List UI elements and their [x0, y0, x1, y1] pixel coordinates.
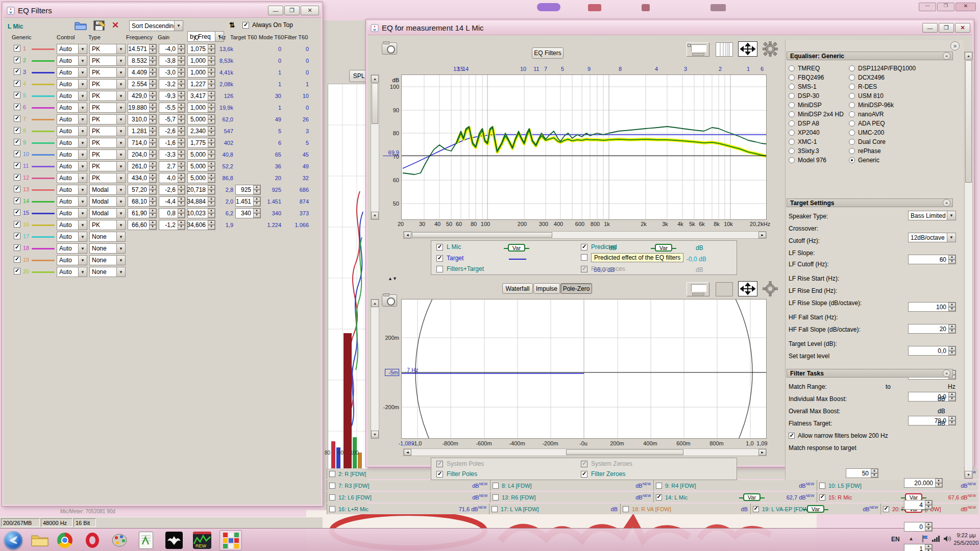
spl-graph-hscrollbar[interactable]: ◄ ► — [403, 231, 767, 239]
filter-type-select[interactable]: PK▼ — [89, 138, 126, 148]
pz-left-scrollbar[interactable]: ▲ ▼ — [371, 299, 379, 439]
filter-q-input[interactable]: 3,417▲▼ — [187, 91, 215, 101]
var-badge[interactable]: Var — [807, 505, 824, 513]
filter-frequency-input[interactable]: 429,0▲▼ — [128, 91, 157, 101]
set-target-level-link[interactable]: Set target level — [789, 353, 829, 360]
close-button[interactable]: ✕ — [955, 23, 970, 33]
equaliser-option[interactable]: DSP1124P/FBQ1000 — [849, 64, 920, 73]
filter-control-select[interactable]: Auto▼ — [57, 44, 87, 54]
match-response-link[interactable]: Match response to target — [789, 444, 856, 452]
filter-enabled-checkbox[interactable] — [14, 139, 20, 145]
spl-graph[interactable] — [401, 74, 767, 220]
filter-frequency-input[interactable]: 57,20▲▼ — [128, 185, 157, 195]
measurement-checkbox[interactable] — [819, 494, 825, 500]
crossover-select[interactable]: 12dB/octave▼ — [908, 233, 956, 242]
speaker-type-select[interactable]: Bass Limited▼ — [908, 211, 956, 220]
filter-frequency-input[interactable]: 310,0▲▼ — [128, 114, 157, 124]
filter-frequency-input[interactable]: 204,0▲▼ — [128, 149, 157, 160]
match-range-from-input[interactable]: 50▲▼ — [846, 468, 878, 478]
filter-target-t60-input[interactable]: 925▲▼ — [235, 185, 261, 195]
filter-enabled-checkbox[interactable] — [14, 268, 20, 274]
pole-zero-graph[interactable]: 7 Hz — [401, 299, 767, 439]
filter-type-select[interactable]: Modal▼ — [89, 185, 126, 195]
filter-control-select[interactable]: Auto▼ — [57, 185, 87, 195]
open-filters-icon[interactable] — [74, 20, 87, 31]
filter-gain-input[interactable]: -5,7▲▼ — [159, 114, 185, 124]
filter-q-input[interactable]: 1,000▲▼ — [187, 103, 215, 113]
panel-collapse-button[interactable]: » — [950, 41, 960, 51]
filter-gain-input[interactable]: 2,7▲▼ — [159, 161, 185, 171]
target-level-input[interactable]: 78,0▲▼ — [908, 416, 956, 425]
filter-frequency-input[interactable]: 434,0▲▼ — [128, 173, 157, 183]
filter-q-input[interactable]: 5,000▲▼ — [187, 173, 215, 183]
measurement-cell[interactable]: 17: L VA [FDW]VardB — [489, 504, 620, 514]
filter-tasks-header[interactable]: Filter Tasks« — [787, 369, 953, 378]
filter-frequency-input[interactable]: 1.281▲▼ — [128, 126, 157, 136]
flatness-target-input[interactable]: 1▲▼ — [904, 544, 933, 551]
eq-main-titlebar[interactable]: EQ for measurement 14 L Mic — ❐ ✕ — [368, 21, 972, 35]
pz-bands-icon[interactable] — [716, 282, 733, 296]
taskbar-bat-icon[interactable] — [165, 532, 183, 549]
equaliser-option[interactable]: ADA PEQ — [849, 119, 920, 128]
filter-target-t60-input[interactable]: 1.451▲▼ — [235, 196, 261, 207]
filter-control-select[interactable]: Auto▼ — [57, 126, 87, 136]
taskbar-chrome-icon[interactable] — [57, 533, 72, 548]
background-window-minimize-button[interactable]: — — [919, 3, 936, 11]
background-window-close-button[interactable]: ✕ — [955, 3, 976, 11]
measurement-cell[interactable]: 12: L6 [FDW]VardBNEW — [327, 492, 490, 503]
filter-frequency-input[interactable]: 66,60▲▼ — [128, 220, 157, 230]
pz-hscrollbar[interactable]: ◄ ► — [403, 448, 767, 456]
maximize-button[interactable]: ❐ — [284, 6, 300, 15]
individual-max-boost-input[interactable]: 4▲▼ — [904, 500, 933, 510]
filter-gain-input[interactable]: -3,0▲▼ — [159, 67, 185, 78]
filter-enabled-checkbox[interactable] — [14, 45, 20, 52]
limits-icon[interactable] — [687, 42, 709, 57]
filter-control-select[interactable]: Auto▼ — [57, 138, 87, 148]
taskbar-notepad-icon[interactable] — [139, 532, 153, 549]
filter-enabled-checkbox[interactable] — [14, 80, 20, 87]
filter-control-select[interactable]: Auto▼ — [57, 103, 87, 113]
filter-gain-input[interactable]: -3,3▲▼ — [159, 149, 185, 160]
filter-frequency-input[interactable]: 4.409▲▼ — [128, 67, 157, 78]
filter-q-input[interactable]: 1,775▲▼ — [187, 138, 215, 148]
collapse-chevron-icon[interactable]: « — [943, 199, 950, 207]
tray-network-icon[interactable] — [932, 536, 940, 542]
filter-frequency-input[interactable]: 19.880▲▼ — [128, 103, 157, 113]
filter-gain-input[interactable]: -3,2▲▼ — [159, 79, 185, 89]
measurement-cell[interactable]: 19: L VA-EP [FDW]VardBNEW — [750, 504, 880, 514]
filter-q-input[interactable]: 1,000▲▼ — [187, 67, 215, 78]
tray-flag-icon[interactable] — [922, 535, 929, 543]
filter-type-select[interactable]: Modal▼ — [89, 196, 126, 207]
measurement-checkbox[interactable] — [753, 506, 759, 512]
save-filters-icon[interactable] — [93, 20, 106, 31]
filter-q-input[interactable]: 1,000▲▼ — [187, 56, 215, 66]
equaliser-option[interactable]: Generic — [849, 156, 920, 165]
equaliser-option[interactable]: MiniDSP — [789, 101, 849, 110]
equaliser-option[interactable]: TMREQ — [789, 64, 849, 73]
pole-zero-tab[interactable]: Pole-Zero — [560, 283, 592, 294]
filter-gain-input[interactable]: -4,0▲▼ — [159, 44, 185, 54]
eq-filters-titlebar[interactable]: EQ Filters — ❐ ✕ — [4, 4, 321, 18]
predicted-checkbox[interactable] — [581, 244, 587, 251]
filter-control-select[interactable]: Auto▼ — [57, 114, 87, 124]
taskbar-opera-icon[interactable] — [85, 532, 101, 549]
tray-clock[interactable]: 9:22 μμ 25/5/2020 — [953, 532, 979, 547]
equaliser-option[interactable]: Model 976 — [789, 156, 849, 165]
equaliser-option[interactable]: nanoAVR — [849, 110, 920, 119]
filter-enabled-checkbox[interactable] — [14, 186, 20, 192]
start-button[interactable] — [4, 531, 22, 549]
filter-type-select[interactable]: None▼ — [89, 255, 126, 265]
filter-gain-input[interactable]: -5,5▲▼ — [159, 103, 185, 113]
filter-type-select[interactable]: PK▼ — [89, 126, 126, 136]
filter-control-select[interactable]: Auto▼ — [57, 161, 87, 171]
filter-gain-input[interactable]: -1,2▲▼ — [159, 220, 185, 230]
measurement-cell[interactable]: 7: R3 [FDW]VardBNEW — [327, 480, 490, 491]
close-button[interactable]: ✕ — [301, 6, 319, 15]
equaliser-option[interactable]: USM 810 — [849, 91, 920, 101]
filter-control-select[interactable]: Auto▼ — [57, 196, 87, 207]
equaliser-option[interactable]: MiniDSP 2x4 HD — [789, 110, 849, 119]
maximize-button[interactable]: ❐ — [939, 23, 954, 33]
measurement-checkbox[interactable] — [819, 483, 825, 489]
filter-enabled-checkbox[interactable] — [14, 162, 20, 169]
filter-q-input[interactable]: 1,227▲▼ — [187, 79, 215, 89]
